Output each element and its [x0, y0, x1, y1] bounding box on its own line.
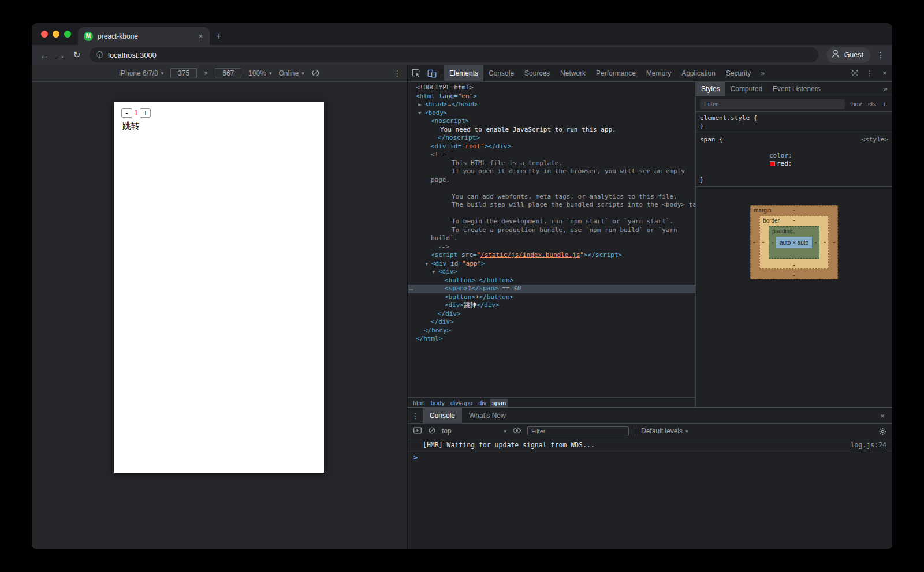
- style-rule-element[interactable]: element.style { }: [696, 112, 892, 133]
- log-levels-select[interactable]: Default levels ▾: [641, 427, 688, 435]
- back-icon[interactable]: ←: [36, 47, 53, 63]
- browser-menu-icon[interactable]: ⋮: [874, 50, 888, 59]
- tree-line[interactable]: [408, 184, 695, 193]
- tree-line[interactable]: ▼<body>: [408, 109, 695, 118]
- padding-top-value[interactable]: -: [769, 227, 819, 234]
- breadcrumb-body[interactable]: body: [429, 399, 447, 407]
- styles-filter-input[interactable]: [700, 99, 845, 109]
- rule-selector[interactable]: span {: [700, 136, 723, 144]
- tree-line[interactable]: <button>-</button>: [408, 276, 695, 285]
- margin-top-value[interactable]: -: [751, 207, 837, 213]
- drawer-menu-icon[interactable]: ⋮: [408, 408, 423, 423]
- box-model-content[interactable]: auto × auto: [776, 237, 813, 248]
- address-bar[interactable]: ⓘ localhost:3000: [90, 47, 818, 62]
- devtools-menu-icon[interactable]: ⋮: [862, 69, 877, 77]
- devtools-tab-sources[interactable]: Sources: [519, 65, 555, 81]
- padding-right-value[interactable]: -: [815, 239, 817, 245]
- styles-tab-styles[interactable]: Styles: [696, 82, 725, 96]
- tree-line[interactable]: </noscript>: [408, 134, 695, 143]
- tree-line[interactable]: </div>: [408, 310, 695, 319]
- property-value[interactable]: red;: [777, 160, 792, 167]
- console-sidebar-toggle-icon[interactable]: [413, 426, 422, 437]
- device-select[interactable]: iPhone 6/7/8 ▾: [119, 69, 163, 77]
- log-source-link[interactable]: log.js:24: [851, 441, 886, 449]
- tree-line[interactable]: </html>: [408, 335, 695, 343]
- window-zoom-button[interactable]: [64, 31, 71, 38]
- border-left-value[interactable]: -: [762, 239, 764, 245]
- reload-icon[interactable]: ↻: [69, 47, 85, 63]
- window-minimize-button[interactable]: [53, 31, 59, 38]
- breadcrumb-span[interactable]: span: [490, 399, 508, 407]
- tree-line[interactable]: -->: [408, 243, 695, 252]
- device-toolbar-toggle-icon[interactable]: [424, 65, 440, 81]
- forward-icon[interactable]: →: [53, 47, 69, 63]
- tab-close-icon[interactable]: ×: [198, 32, 204, 40]
- eye-icon[interactable]: [512, 426, 521, 437]
- margin-bottom-value[interactable]: -: [751, 272, 837, 278]
- settings-gear-icon[interactable]: [847, 69, 862, 77]
- tree-line[interactable]: [408, 210, 695, 218]
- devtools-close-icon[interactable]: ×: [877, 69, 892, 77]
- style-rule-span[interactable]: span { <style> color: red; }: [696, 133, 892, 187]
- tree-line[interactable]: <button>+</button>: [408, 293, 695, 302]
- console-tab-what-s-new[interactable]: What's New: [462, 408, 513, 423]
- new-tab-button[interactable]: +: [210, 27, 228, 45]
- clear-console-icon[interactable]: [428, 427, 436, 436]
- increment-button[interactable]: +: [140, 108, 151, 118]
- styles-tab-computed[interactable]: Computed: [725, 82, 767, 96]
- tree-line[interactable]: ▶<head>…</head>: [408, 100, 695, 109]
- tree-line[interactable]: <html lang="en">: [408, 92, 695, 101]
- breadcrumb-div#app[interactable]: div#app: [448, 399, 475, 407]
- window-close-button[interactable]: [41, 31, 48, 38]
- decrement-button[interactable]: -: [121, 108, 132, 118]
- execution-context-select[interactable]: top ▾: [442, 427, 506, 435]
- more-styles-tabs-icon[interactable]: »: [879, 82, 892, 96]
- page-info-icon[interactable]: ⓘ: [96, 50, 103, 60]
- console-tab-console[interactable]: Console: [423, 408, 462, 423]
- device-width-input[interactable]: [170, 68, 197, 78]
- throttling-select[interactable]: Online ▾: [278, 69, 304, 77]
- color-swatch[interactable]: [770, 161, 775, 166]
- rotate-icon[interactable]: [311, 69, 320, 77]
- devtools-tab-memory[interactable]: Memory: [641, 65, 676, 81]
- tree-line[interactable]: page.: [408, 176, 695, 185]
- tree-line[interactable]: </div>: [408, 318, 695, 327]
- tree-line[interactable]: <!DOCTYPE html>: [408, 84, 695, 92]
- inspect-icon[interactable]: [408, 65, 424, 81]
- border-right-value[interactable]: -: [824, 239, 826, 245]
- zoom-select[interactable]: 100% ▾: [248, 69, 271, 77]
- styles-tab-event-listeners[interactable]: Event Listeners: [767, 82, 826, 96]
- tree-line[interactable]: <noscript>: [408, 117, 695, 126]
- more-tabs-icon[interactable]: »: [756, 65, 769, 81]
- console-settings-gear-icon[interactable]: [878, 427, 887, 436]
- tree-line[interactable]: To begin the development, run `npm start…: [408, 218, 695, 226]
- border-top-value[interactable]: -: [760, 217, 828, 223]
- jump-link[interactable]: 跳转: [114, 119, 324, 133]
- tree-line[interactable]: To create a production bundle, use `npm …: [408, 226, 695, 235]
- tree-line[interactable]: If you open it directly in the browser, …: [408, 167, 695, 176]
- hover-state-toggle[interactable]: :hov: [850, 100, 862, 107]
- border-bottom-value[interactable]: -: [760, 261, 828, 268]
- class-toggle[interactable]: .cls: [866, 100, 876, 107]
- tree-line[interactable]: <!--: [408, 151, 695, 159]
- breadcrumb-html[interactable]: html: [411, 399, 427, 407]
- tree-line[interactable]: ▼<div>: [408, 268, 695, 276]
- margin-left-value[interactable]: -: [753, 239, 755, 245]
- tree-line[interactable]: You need to enable JavaScript to run thi…: [408, 126, 695, 134]
- tree-line[interactable]: ▼<div id="app">: [408, 260, 695, 268]
- rule-source[interactable]: <style>: [862, 136, 888, 144]
- tree-line[interactable]: This HTML file is a template.: [408, 159, 695, 168]
- rule-selector[interactable]: element.style {: [700, 114, 888, 122]
- new-style-rule-icon[interactable]: +: [880, 100, 888, 109]
- devtools-tab-network[interactable]: Network: [555, 65, 591, 81]
- drawer-close-icon[interactable]: ×: [873, 408, 892, 423]
- browser-tab[interactable]: M preact-kbone ×: [78, 27, 210, 45]
- profile-button[interactable]: Guest: [826, 47, 870, 63]
- tree-line[interactable]: You can add webfonts, meta tags, or anal…: [408, 193, 695, 201]
- devtools-tab-elements[interactable]: Elements: [444, 65, 483, 81]
- tree-line[interactable]: <div>跳转</div>: [408, 301, 695, 310]
- devtools-tab-performance[interactable]: Performance: [591, 65, 641, 81]
- padding-bottom-value[interactable]: -: [769, 251, 819, 257]
- tree-line[interactable]: <script src="/static/js/index.bundle.js"…: [408, 251, 695, 260]
- tree-line[interactable]: <div id="root"></div>: [408, 143, 695, 151]
